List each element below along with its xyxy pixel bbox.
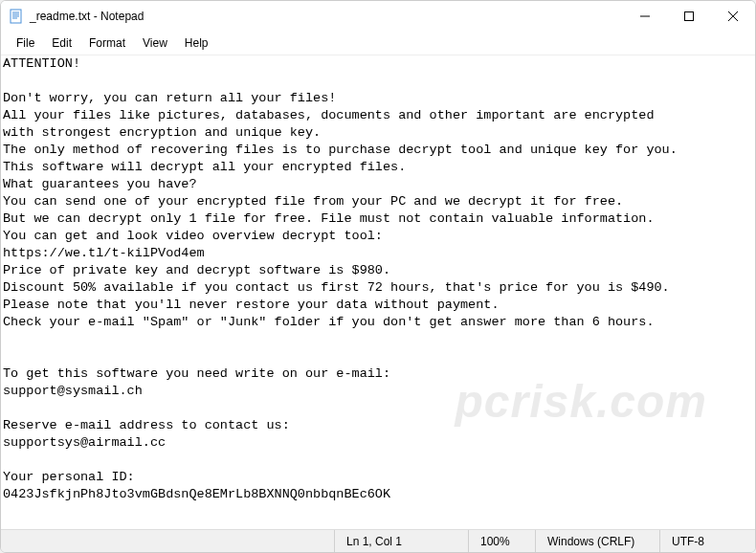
text-editor-area[interactable]: ATTENTION! Don't worry, you can return a…	[1, 55, 755, 529]
status-position: Ln 1, Col 1	[334, 530, 468, 552]
menu-view[interactable]: View	[135, 34, 175, 52]
notepad-icon	[9, 9, 24, 24]
statusbar: Ln 1, Col 1 100% Windows (CRLF) UTF-8	[1, 529, 755, 552]
status-encoding: UTF-8	[659, 530, 755, 552]
maximize-button[interactable]	[667, 1, 711, 32]
close-button[interactable]	[711, 1, 755, 32]
svg-rect-6	[685, 12, 694, 21]
notepad-window: _readme.txt - Notepad File Edit Format V…	[0, 0, 756, 553]
minimize-button[interactable]	[623, 1, 667, 32]
window-title: _readme.txt - Notepad	[30, 10, 623, 23]
menu-help[interactable]: Help	[177, 34, 216, 52]
menubar: File Edit Format View Help	[1, 32, 755, 55]
titlebar: _readme.txt - Notepad	[1, 1, 755, 32]
status-line-ending: Windows (CRLF)	[535, 530, 659, 552]
status-zoom: 100%	[468, 530, 535, 552]
window-controls	[623, 1, 755, 32]
menu-edit[interactable]: Edit	[44, 34, 79, 52]
menu-file[interactable]: File	[9, 34, 42, 52]
menu-format[interactable]: Format	[81, 34, 133, 52]
